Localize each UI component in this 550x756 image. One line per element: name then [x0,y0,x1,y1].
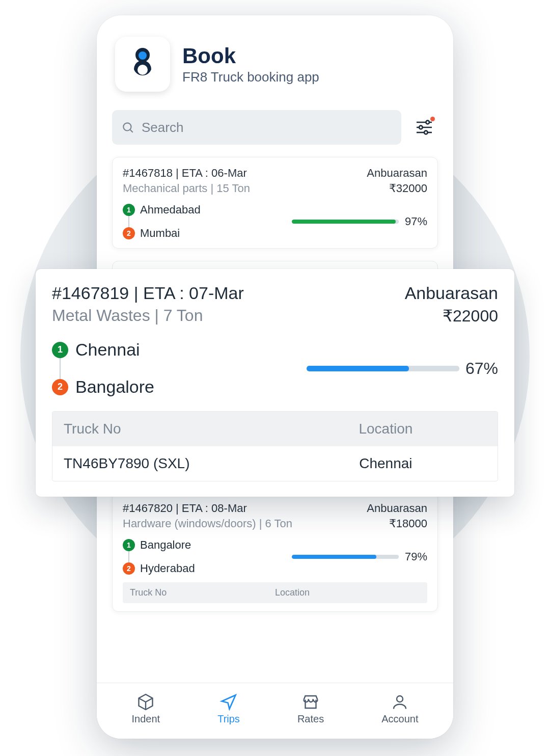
search-row: Search [112,110,438,145]
trip-customer: Anbuarasan [367,167,427,180]
nav-account[interactable]: Account [381,693,418,725]
progress-percent: 97% [405,215,427,228]
origin-pin-icon: 1 [123,204,135,216]
col-truck-no: Truck No [130,587,275,598]
trip-id-line: #1467819 | ETA : 07-Mar [52,283,244,303]
filter-alert-dot [430,117,435,121]
destination-pin-icon: 2 [123,227,135,239]
nav-label: Trips [217,713,240,725]
trip-card[interactable]: #1467818 | ETA : 06-Mar Anbuarasan Mecha… [112,157,438,249]
truck-no-value: TN46BY7890 (SXL) [64,455,285,472]
svg-line-3 [130,130,133,132]
nav-label: Rates [297,713,324,725]
truck-table: Truck No Location TN46BY7890 (SXL) Chenn… [52,411,498,481]
col-truck-no: Truck No [64,421,285,437]
trip-cargo-line: Hardware (windows/doors) | 6 Ton [123,517,292,530]
person-icon [391,693,409,711]
trip-cargo-line: Mechanical parts | 15 Ton [123,182,250,195]
truck-location-value: Chennai [285,455,486,472]
origin-pin-icon: 1 [123,539,135,551]
nav-trips[interactable]: Trips [217,693,240,725]
filter-button[interactable] [410,114,438,141]
trip-price: ₹22000 [443,306,498,326]
nav-indent[interactable]: Indent [132,693,160,725]
route-waypoints: 1Bangalore 2Hyderabad [123,538,195,575]
route-waypoints: 1Ahmedabad 2Mumbai [123,203,201,240]
trip-id-line: #1467818 | ETA : 06-Mar [123,167,247,180]
app-title: Book [182,44,319,68]
bottom-nav: Indent Trips Rates Account [97,683,453,739]
app-logo [115,37,170,92]
destination-city: Mumbai [140,227,180,240]
trip-customer: Anbuarasan [367,502,427,515]
trip-price: ₹32000 [389,182,427,195]
table-row[interactable]: TN46BY7890 (SXL) Chennai [52,446,498,481]
navigation-icon [219,693,238,711]
svg-point-1 [138,65,148,75]
store-icon [301,693,320,711]
svg-point-2 [123,123,131,130]
svg-point-5 [426,121,429,124]
trip-card[interactable]: #1467820 | ETA : 08-Mar Anbuarasan Hardw… [112,492,438,612]
trip-price: ₹18000 [389,517,427,530]
origin-pin-icon: 1 [52,342,68,358]
box-icon [136,693,155,711]
nav-rates[interactable]: Rates [297,693,324,725]
origin-city: Bangalore [140,538,191,552]
trip-cargo-line: Metal Wastes | 7 Ton [52,306,203,326]
svg-point-7 [419,126,423,129]
trip-card-expanded[interactable]: #1467819 | ETA : 07-Mar Anbuarasan Metal… [36,269,514,497]
fr8-logo-icon [127,46,158,83]
search-icon [121,121,134,134]
trip-id-line: #1467820 | ETA : 08-Mar [123,502,247,515]
svg-point-10 [397,696,403,702]
search-input[interactable]: Search [112,110,401,145]
nav-label: Indent [132,713,160,725]
truck-table-header: Truck No Location [123,582,427,603]
svg-point-0 [139,51,147,60]
progress-bar [292,220,399,224]
svg-point-9 [424,131,428,134]
app-header: Book FR8 Truck booking app [112,35,438,104]
route-waypoints: 1Chennai 2Bangalore [52,340,154,397]
origin-city: Chennai [75,340,140,360]
origin-city: Ahmedabad [140,203,201,217]
app-subtitle: FR8 Truck booking app [182,69,319,85]
destination-city: Hyderabad [140,562,195,575]
destination-pin-icon: 2 [52,379,68,395]
col-location: Location [285,421,486,437]
trip-customer: Anbuarasan [405,283,498,303]
progress-bar [292,555,399,559]
progress-bar [307,366,459,371]
destination-city: Bangalore [75,377,154,397]
progress-percent: 67% [465,359,498,378]
destination-pin-icon: 2 [123,562,135,575]
col-location: Location [275,587,420,598]
progress-percent: 79% [405,550,427,563]
search-placeholder: Search [142,120,183,136]
nav-label: Account [381,713,418,725]
